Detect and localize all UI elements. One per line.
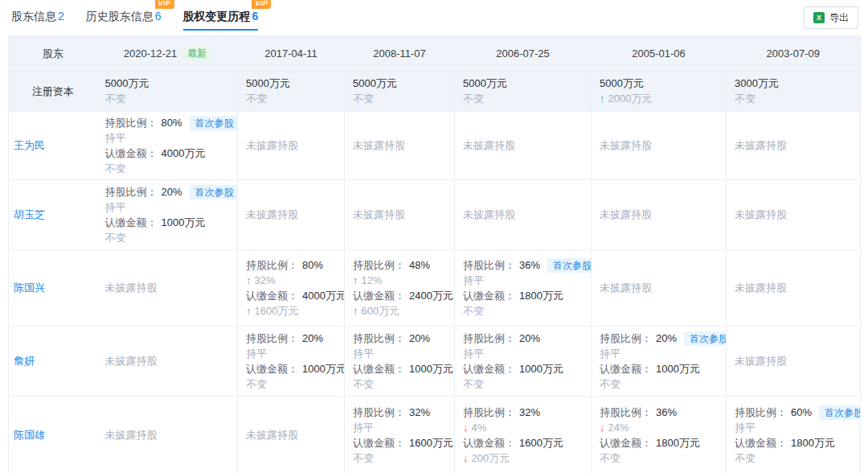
change-value: 32% [255, 274, 276, 286]
change-line: ↑2000万元 [600, 91, 726, 106]
latest-badge: 最新 [183, 47, 211, 60]
change-line: ↑32% [246, 273, 344, 288]
undisclosed-holding-text: 未披露持股 [97, 428, 238, 442]
change-value: 24% [608, 422, 629, 434]
change-value: 4% [472, 422, 487, 434]
date-label: 2006-07-25 [496, 47, 550, 60]
capital-cell: 5000万元不变 [455, 72, 592, 112]
capital-cell: 5000万元不变 [345, 72, 455, 112]
date-label: 2017-04-11 [264, 47, 317, 60]
export-button[interactable]: X 导出 [804, 6, 858, 29]
shareholder-name-link[interactable]: 王为民 [14, 139, 45, 151]
holding-cell: 未披露持股 [727, 327, 861, 397]
amount-line: 认缴金额：1800万元 [600, 435, 726, 450]
change-line: 持平 [735, 420, 860, 435]
amount-label: 认缴金额： [105, 216, 158, 228]
column-header-shareholder: 股东 [9, 36, 97, 72]
amount-line: 认缴金额：1000万元 [600, 361, 726, 376]
ratio-label: 持股比例： [353, 259, 405, 271]
tab-bar: 股东信息2历史股东信息6VIP股权变更历程6VIP [0, 0, 868, 31]
undisclosed-holding-text: 未披露持股 [727, 208, 860, 222]
amount-line: 认缴金额：2400万元 [353, 288, 454, 303]
ratio-value: 20% [162, 186, 182, 198]
holding-cell: 持股比例：80%↑32%认缴金额：4000万元↑1600万元 [238, 250, 345, 327]
shareholder-name-link[interactable]: 胡玉芝 [14, 208, 45, 220]
capital-value: 5000万元 [600, 76, 726, 91]
amount-value: 1000万元 [656, 363, 700, 375]
change-value: 不变 [105, 162, 126, 175]
tab-count: 6 [155, 10, 162, 23]
ratio-label: 持股比例： [463, 332, 515, 344]
amount-line: 认缴金额：1800万元 [463, 288, 591, 303]
ratio-line: 持股比例：32% [353, 405, 454, 420]
ratio-label: 持股比例： [600, 332, 652, 344]
undisclosed-holding-text: 未披露持股 [592, 281, 726, 295]
holding-cell: 持股比例：20%持平认缴金额：1000万元不变 [345, 327, 455, 397]
amount-label: 认缴金额： [463, 290, 515, 302]
change-value: 持平 [246, 348, 267, 360]
amount-label: 认缴金额： [246, 290, 298, 302]
amount-label: 认缴金额： [353, 437, 405, 449]
amount-label: 认缴金额： [600, 363, 652, 375]
holding-cell: 未披露持股 [97, 397, 238, 473]
excel-icon: X [813, 12, 825, 23]
holding-cell: 未披露持股 [727, 112, 861, 180]
ratio-label: 持股比例： [353, 332, 405, 344]
amount-value: 1800万元 [519, 290, 563, 302]
ratio-value: 80% [302, 259, 323, 271]
tab-股东信息[interactable]: 股东信息2 [11, 0, 64, 31]
date-label: 2005-01-06 [632, 47, 686, 60]
shareholder-name-cell: 陈国雄 [9, 397, 97, 473]
amount-value: 1000万元 [302, 363, 345, 375]
amount-label: 认缴金额： [735, 437, 787, 449]
change-value: 持平 [105, 132, 126, 144]
amount-line: 认缴金额：4000万元 [105, 146, 238, 161]
undisclosed-holding-text: 未披露持股 [345, 138, 454, 153]
shareholder-name-link[interactable]: 詹妍 [14, 355, 35, 367]
ratio-value: 60% [791, 406, 812, 418]
holding-cell: 持股比例：20%首次参股持平认缴金额：1000万元不变 [97, 180, 238, 250]
holding-detail: 持股比例：20%持平认缴金额：1000万元不变 [238, 327, 344, 395]
undisclosed-holding-text: 未披露持股 [727, 281, 860, 295]
tab-股权变更历程[interactable]: 股权变更历程6VIP [183, 0, 259, 31]
ratio-value: 36% [656, 406, 677, 418]
undisclosed-holding-text: 未披露持股 [238, 208, 344, 222]
undisclosed-holding-text: 未披露持股 [238, 138, 344, 153]
shareholder-row: 陈国兴未披露持股持股比例：80%↑32%认缴金额：4000万元↑1600万元持股… [9, 250, 861, 327]
amount-value: 1800万元 [656, 437, 700, 449]
holding-cell: 持股比例：60%首次参股持平认缴金额：1800万元不变 [727, 397, 861, 473]
change-line: 不变 [105, 91, 238, 106]
change-value: 不变 [463, 305, 484, 317]
ratio-label: 持股比例： [105, 117, 158, 129]
change-line: ↑600万元 [353, 303, 454, 319]
change-value: 不变 [735, 93, 755, 105]
amount-label: 认缴金额： [463, 437, 515, 449]
holding-cell: 持股比例：36%首次参股持平认缴金额：1800万元不变 [455, 250, 592, 327]
undisclosed-holding-text: 未披露持股 [345, 208, 454, 222]
holding-cell: 未披露持股 [238, 397, 345, 473]
change-value: 不变 [353, 452, 374, 464]
holding-cell: 未披露持股 [727, 180, 861, 250]
change-line: 持平 [105, 130, 238, 146]
amount-line: 认缴金额：1000万元 [463, 361, 591, 376]
column-header-date: 2003-07-09 [727, 36, 861, 72]
holding-cell: 持股比例：20%首次参股持平认缴金额：1000万元不变 [592, 327, 727, 397]
amount-label: 认缴金额： [463, 363, 515, 375]
amount-line: 认缴金额：1000万元 [105, 215, 238, 230]
change-line: ↓4% [463, 420, 591, 435]
holding-cell: 未披露持股 [455, 180, 592, 250]
vip-badge: VIP [252, 0, 271, 9]
change-value: 持平 [463, 274, 484, 286]
capital-cell: 5000万元不变 [97, 72, 238, 112]
shareholder-name-link[interactable]: 陈国兴 [14, 282, 45, 294]
column-header-date: 2005-01-06 [592, 36, 727, 72]
ratio-line: 持股比例：20% [353, 331, 454, 346]
ratio-line: 持股比例：60%首次参股 [735, 405, 860, 420]
tab-历史股东信息[interactable]: 历史股东信息6VIP [86, 0, 162, 31]
undisclosed-holding-text: 未披露持股 [97, 354, 238, 368]
ratio-line: 持股比例：80%首次参股 [105, 115, 238, 130]
ratio-line: 持股比例：48% [353, 257, 454, 273]
holding-cell: 未披露持股 [592, 112, 727, 180]
shareholder-name-link[interactable]: 陈国雄 [14, 429, 45, 441]
capital-cell-content: 5000万元不变 [345, 76, 454, 106]
